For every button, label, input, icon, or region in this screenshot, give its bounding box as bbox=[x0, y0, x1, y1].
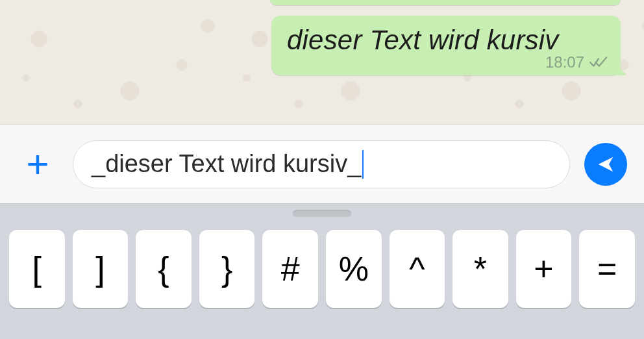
attach-plus-button[interactable]: + bbox=[17, 144, 58, 185]
message-time: 18:07 bbox=[545, 53, 584, 71]
message-text: dieser Text wird kursiv bbox=[287, 25, 559, 55]
key-right-brace[interactable]: } bbox=[199, 230, 255, 308]
text-cursor bbox=[362, 150, 364, 179]
key-equals[interactable]: = bbox=[579, 230, 635, 308]
outgoing-message-previous bbox=[270, 0, 621, 5]
key-hash[interactable]: # bbox=[262, 230, 318, 308]
message-meta: 18:07 bbox=[545, 53, 608, 71]
key-asterisk[interactable]: * bbox=[452, 230, 508, 308]
keyboard: [ ] { } # % ^ * + = bbox=[0, 203, 644, 339]
outgoing-message[interactable]: dieser Text wird kursiv 18:07 bbox=[271, 16, 621, 75]
keyboard-handle[interactable] bbox=[293, 210, 351, 217]
key-left-brace[interactable]: { bbox=[136, 230, 192, 308]
delivered-ticks-icon bbox=[589, 56, 608, 69]
compose-text: _dieser Text wird kursiv_ bbox=[92, 150, 361, 178]
send-button[interactable] bbox=[584, 143, 627, 186]
key-caret[interactable]: ^ bbox=[390, 230, 445, 308]
send-icon bbox=[596, 155, 615, 174]
keyboard-row-1: [ ] { } # % ^ * + = bbox=[9, 230, 635, 308]
plus-icon: + bbox=[26, 145, 49, 184]
key-right-bracket[interactable]: ] bbox=[73, 230, 129, 308]
compose-toolbar: + _dieser Text wird kursiv_ bbox=[0, 124, 644, 203]
compose-input[interactable]: _dieser Text wird kursiv_ bbox=[73, 140, 570, 188]
key-plus[interactable]: + bbox=[516, 230, 572, 308]
key-percent[interactable]: % bbox=[326, 230, 382, 308]
key-left-bracket[interactable]: [ bbox=[9, 230, 65, 308]
